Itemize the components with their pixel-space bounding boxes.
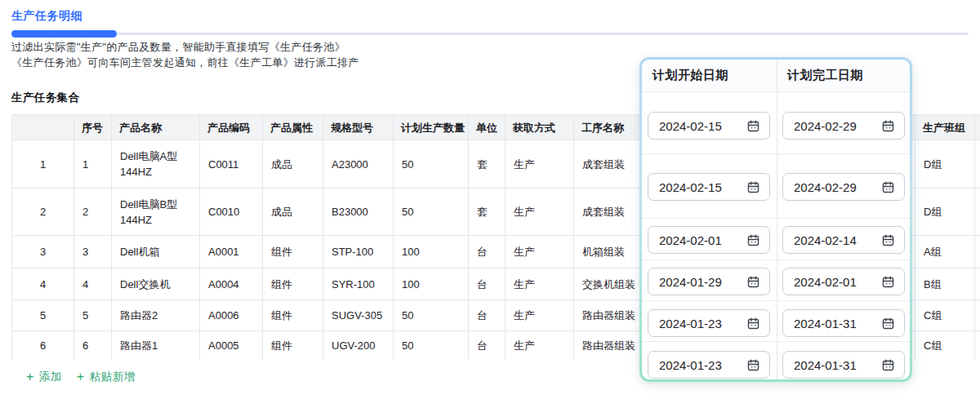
panel-column-divider <box>777 60 777 379</box>
table-cell[interactable]: B23000 <box>323 188 394 236</box>
table-cell[interactable]: 台 <box>469 300 506 331</box>
table-cell[interactable]: 台 <box>469 331 506 361</box>
paste-add-button[interactable]: + 粘贴新增 <box>77 370 136 384</box>
table-cell[interactable]: C组 <box>915 331 975 361</box>
table-cell[interactable]: A组 <box>915 236 975 268</box>
table-cell[interactable]: 50 <box>394 331 469 361</box>
table-cell[interactable]: 组件 <box>263 268 323 300</box>
table-cell[interactable]: 生产 <box>506 331 574 361</box>
column-header: 工序名称 <box>574 115 646 140</box>
start-date-input[interactable]: 2024-02-15 <box>648 173 770 201</box>
table-cell[interactable]: 3 <box>74 236 112 268</box>
table-cell[interactable]: D组 <box>915 188 975 236</box>
table-cell[interactable]: 生产 <box>506 188 574 236</box>
end-date-input[interactable]: 2024-02-29 <box>782 173 905 201</box>
table-cell[interactable]: 生产 <box>506 300 574 331</box>
table-cell[interactable] <box>975 140 980 188</box>
start-date-input[interactable]: 2024-01-23 <box>648 351 770 379</box>
table-cell[interactable]: SUGV-305 <box>323 300 394 331</box>
table-cell[interactable]: A0004 <box>200 268 263 300</box>
table-cell[interactable]: 2 <box>74 188 112 236</box>
table-cell[interactable]: Dell交换机 <box>112 268 200 300</box>
table-cell[interactable] <box>975 331 980 361</box>
end-date-input[interactable]: 2024-02-29 <box>782 112 905 140</box>
calendar-icon[interactable] <box>881 317 895 330</box>
table-cell[interactable]: 50 <box>394 140 469 188</box>
calendar-icon[interactable] <box>746 180 760 194</box>
date-value: 2024-02-29 <box>794 119 857 133</box>
table-cell[interactable] <box>975 188 980 236</box>
date-value: 2024-02-15 <box>659 180 722 194</box>
calendar-icon[interactable] <box>746 233 760 247</box>
table-cell[interactable]: C组 <box>915 300 975 331</box>
table-cell[interactable]: Dell电脑B型 144HZ <box>112 188 200 236</box>
table-cell[interactable]: 50 <box>394 188 469 236</box>
calendar-icon[interactable] <box>746 275 760 289</box>
table-cell[interactable]: 组件 <box>263 300 323 331</box>
table-cell[interactable]: 50 <box>394 300 469 331</box>
table-cell[interactable]: A0005 <box>200 331 263 361</box>
table-cell[interactable]: C0011 <box>200 140 263 188</box>
table-cell[interactable]: 成套组装 <box>574 188 646 236</box>
table-cell[interactable]: 生产 <box>506 236 574 268</box>
table-cell[interactable]: A0001 <box>200 236 263 268</box>
table-cell[interactable]: 路由器2 <box>112 300 200 331</box>
table-cell[interactable]: 机箱组装 <box>574 236 646 268</box>
column-header: 规格型号 <box>323 115 394 140</box>
table-cell[interactable]: 台 <box>469 268 506 300</box>
table-cell: 3 <box>12 236 74 268</box>
end-date-input[interactable]: 2024-01-31 <box>782 309 905 337</box>
start-date-input[interactable]: 2024-01-29 <box>648 268 770 295</box>
table-cell[interactable]: 4 <box>74 268 112 300</box>
table-cell[interactable]: 生产 <box>506 140 574 188</box>
table-cell[interactable]: 成品 <box>263 140 323 188</box>
calendar-icon[interactable] <box>746 358 760 372</box>
table-cell[interactable]: SYR-100 <box>323 268 394 300</box>
end-date-input[interactable]: 2024-01-31 <box>782 351 905 379</box>
table-cell[interactable]: 台 <box>469 236 506 268</box>
calendar-icon[interactable] <box>881 358 895 372</box>
table-cell[interactable]: 路由器组装 <box>574 331 646 361</box>
date-value: 2024-02-01 <box>794 275 857 289</box>
table-cell[interactable]: 成套组装 <box>574 140 646 188</box>
add-row-button[interactable]: + 添加 <box>26 370 62 384</box>
table-cell[interactable]: D组 <box>915 140 975 188</box>
start-date-input[interactable]: 2024-01-23 <box>648 309 770 337</box>
calendar-icon[interactable] <box>746 119 760 133</box>
calendar-icon[interactable] <box>881 275 895 289</box>
table-cell[interactable]: 5 <box>74 300 112 331</box>
end-date-input[interactable]: 2024-02-01 <box>782 268 905 295</box>
table-cell[interactable]: 组件 <box>263 331 323 361</box>
table-cell[interactable]: 1 <box>74 140 112 188</box>
page-title[interactable]: 生产任务明细 <box>11 9 82 24</box>
table-cell[interactable] <box>975 268 980 300</box>
table-cell[interactable]: UGV-200 <box>323 331 394 361</box>
table-cell[interactable]: 路由器组装 <box>574 300 646 331</box>
calendar-icon[interactable] <box>881 119 895 133</box>
table-cell[interactable]: 交换机组装 <box>574 268 646 300</box>
table-cell[interactable] <box>975 300 980 331</box>
table-cell[interactable]: STP-100 <box>323 236 394 268</box>
calendar-icon[interactable] <box>746 317 760 330</box>
table-cell[interactable]: 6 <box>74 331 112 361</box>
table-cell[interactable]: 路由器1 <box>112 331 200 361</box>
start-date-input[interactable]: 2024-02-15 <box>648 112 770 140</box>
table-cell[interactable]: A23000 <box>323 140 394 188</box>
table-cell[interactable]: Dell电脑A型 144HZ <box>112 140 200 188</box>
table-cell[interactable]: 100 <box>394 236 469 268</box>
table-cell[interactable]: 100 <box>394 268 469 300</box>
table-cell[interactable]: 套 <box>469 188 506 236</box>
table-cell[interactable]: A0006 <box>200 300 263 331</box>
table-cell[interactable]: B组 <box>915 268 975 300</box>
table-cell[interactable]: C0010 <box>200 188 263 236</box>
table-cell[interactable]: 成品 <box>263 188 323 236</box>
calendar-icon[interactable] <box>881 233 895 247</box>
table-cell[interactable]: 套 <box>469 140 506 188</box>
table-cell[interactable] <box>975 236 980 268</box>
table-cell[interactable]: 生产 <box>506 268 574 300</box>
start-date-input[interactable]: 2024-02-01 <box>648 226 770 254</box>
calendar-icon[interactable] <box>881 180 895 194</box>
table-cell[interactable]: Dell机箱 <box>112 236 200 268</box>
end-date-input[interactable]: 2024-02-14 <box>782 226 905 254</box>
table-cell[interactable]: 组件 <box>263 236 323 268</box>
